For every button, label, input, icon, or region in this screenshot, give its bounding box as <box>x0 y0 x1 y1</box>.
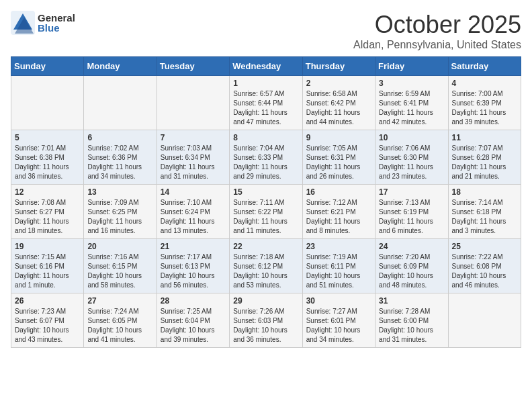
day-number: 21 <box>161 242 226 251</box>
day-of-week-header: Friday <box>375 57 448 76</box>
day-info: Sunrise: 7:14 AM Sunset: 6:18 PM Dayligh… <box>452 198 517 236</box>
day-info: Sunrise: 7:03 AM Sunset: 6:34 PM Dayligh… <box>161 144 226 181</box>
day-number: 28 <box>161 296 226 306</box>
day-number: 31 <box>379 296 444 306</box>
day-number: 22 <box>233 242 298 251</box>
calendar-header: SundayMondayTuesdayWednesdayThursdayFrid… <box>11 57 521 76</box>
logo: General Blue <box>11 11 75 35</box>
day-info: Sunrise: 7:13 AM Sunset: 6:19 PM Dayligh… <box>379 198 444 236</box>
day-info: Sunrise: 7:09 AM Sunset: 6:25 PM Dayligh… <box>87 198 152 236</box>
day-info: Sunrise: 7:22 AM Sunset: 6:08 PM Dayligh… <box>452 253 517 290</box>
calendar-body: 1Sunrise: 6:57 AM Sunset: 6:44 PM Daylig… <box>11 76 521 348</box>
logo-text: General Blue <box>38 13 75 33</box>
day-number: 29 <box>233 296 298 306</box>
day-number: 26 <box>15 296 80 306</box>
day-number: 15 <box>233 187 298 197</box>
day-info: Sunrise: 7:28 AM Sunset: 6:00 PM Dayligh… <box>379 307 444 345</box>
calendar-day-cell: 29Sunrise: 7:26 AM Sunset: 6:03 PM Dayli… <box>230 293 302 348</box>
title-area: October 2025 Aldan, Pennsylvania, United… <box>353 11 521 51</box>
day-number: 18 <box>452 187 517 197</box>
day-number: 3 <box>379 79 444 88</box>
day-number: 4 <box>452 79 517 88</box>
calendar-week-row: 19Sunrise: 7:15 AM Sunset: 6:16 PM Dayli… <box>11 239 521 293</box>
calendar-day-cell: 8Sunrise: 7:04 AM Sunset: 6:33 PM Daylig… <box>230 130 302 185</box>
day-info: Sunrise: 7:06 AM Sunset: 6:30 PM Dayligh… <box>379 144 444 181</box>
calendar-day-cell: 27Sunrise: 7:24 AM Sunset: 6:05 PM Dayli… <box>84 293 157 348</box>
calendar-day-cell: 14Sunrise: 7:10 AM Sunset: 6:24 PM Dayli… <box>157 185 229 239</box>
day-number: 19 <box>15 242 80 251</box>
day-info: Sunrise: 7:00 AM Sunset: 6:39 PM Dayligh… <box>452 89 517 127</box>
day-number: 17 <box>379 187 444 197</box>
calendar-day-cell: 30Sunrise: 7:27 AM Sunset: 6:01 PM Dayli… <box>302 293 375 348</box>
day-number: 7 <box>161 133 226 142</box>
calendar-day-cell: 13Sunrise: 7:09 AM Sunset: 6:25 PM Dayli… <box>84 185 157 239</box>
calendar-day-cell: 5Sunrise: 7:01 AM Sunset: 6:38 PM Daylig… <box>11 130 84 185</box>
calendar-day-cell: 16Sunrise: 7:12 AM Sunset: 6:21 PM Dayli… <box>302 185 375 239</box>
day-info: Sunrise: 7:19 AM Sunset: 6:11 PM Dayligh… <box>306 253 371 290</box>
calendar-day-cell: 2Sunrise: 6:58 AM Sunset: 6:42 PM Daylig… <box>302 76 375 130</box>
day-info: Sunrise: 7:07 AM Sunset: 6:28 PM Dayligh… <box>452 144 517 181</box>
calendar-day-cell: 24Sunrise: 7:20 AM Sunset: 6:09 PM Dayli… <box>375 239 448 293</box>
day-info: Sunrise: 7:11 AM Sunset: 6:22 PM Dayligh… <box>233 198 298 236</box>
calendar-day-cell: 23Sunrise: 7:19 AM Sunset: 6:11 PM Dayli… <box>302 239 375 293</box>
calendar-day-cell: 20Sunrise: 7:16 AM Sunset: 6:15 PM Dayli… <box>84 239 157 293</box>
calendar-day-cell <box>448 293 521 348</box>
day-info: Sunrise: 7:16 AM Sunset: 6:15 PM Dayligh… <box>87 253 152 290</box>
day-number: 1 <box>233 79 298 88</box>
day-info: Sunrise: 7:24 AM Sunset: 6:05 PM Dayligh… <box>87 307 152 345</box>
day-info: Sunrise: 6:57 AM Sunset: 6:44 PM Dayligh… <box>233 89 298 127</box>
calendar-day-cell <box>84 76 157 130</box>
day-info: Sunrise: 7:26 AM Sunset: 6:03 PM Dayligh… <box>233 307 298 345</box>
calendar-day-cell: 10Sunrise: 7:06 AM Sunset: 6:30 PM Dayli… <box>375 130 448 185</box>
calendar-day-cell: 28Sunrise: 7:25 AM Sunset: 6:04 PM Dayli… <box>157 293 229 348</box>
day-number: 20 <box>87 242 152 251</box>
calendar-week-row: 26Sunrise: 7:23 AM Sunset: 6:07 PM Dayli… <box>11 293 521 348</box>
header-row: SundayMondayTuesdayWednesdayThursdayFrid… <box>11 57 521 76</box>
header: General Blue October 2025 Aldan, Pennsyl… <box>11 11 521 51</box>
day-number: 10 <box>379 133 444 142</box>
calendar-day-cell: 21Sunrise: 7:17 AM Sunset: 6:13 PM Dayli… <box>157 239 229 293</box>
day-number: 6 <box>87 133 152 142</box>
calendar-day-cell: 7Sunrise: 7:03 AM Sunset: 6:34 PM Daylig… <box>157 130 229 185</box>
day-info: Sunrise: 7:20 AM Sunset: 6:09 PM Dayligh… <box>379 253 444 290</box>
calendar-day-cell: 19Sunrise: 7:15 AM Sunset: 6:16 PM Dayli… <box>11 239 84 293</box>
day-number: 27 <box>87 296 152 306</box>
location-title: Aldan, Pennsylvania, United States <box>353 39 521 51</box>
logo-blue: Blue <box>38 23 75 33</box>
month-title: October 2025 <box>353 11 521 39</box>
day-info: Sunrise: 7:08 AM Sunset: 6:27 PM Dayligh… <box>15 198 80 236</box>
day-info: Sunrise: 7:15 AM Sunset: 6:16 PM Dayligh… <box>15 253 80 290</box>
day-number: 23 <box>306 242 371 251</box>
calendar-day-cell <box>11 76 84 130</box>
calendar-day-cell: 18Sunrise: 7:14 AM Sunset: 6:18 PM Dayli… <box>448 185 521 239</box>
calendar-day-cell <box>157 76 229 130</box>
calendar-day-cell: 3Sunrise: 6:59 AM Sunset: 6:41 PM Daylig… <box>375 76 448 130</box>
day-number: 12 <box>15 187 80 197</box>
calendar-day-cell: 12Sunrise: 7:08 AM Sunset: 6:27 PM Dayli… <box>11 185 84 239</box>
day-number: 16 <box>306 187 371 197</box>
logo-icon <box>11 11 35 35</box>
day-number: 24 <box>379 242 444 251</box>
calendar-day-cell: 1Sunrise: 6:57 AM Sunset: 6:44 PM Daylig… <box>230 76 302 130</box>
calendar-week-row: 5Sunrise: 7:01 AM Sunset: 6:38 PM Daylig… <box>11 130 521 185</box>
day-of-week-header: Saturday <box>448 57 521 76</box>
day-of-week-header: Sunday <box>11 57 84 76</box>
calendar-day-cell: 26Sunrise: 7:23 AM Sunset: 6:07 PM Dayli… <box>11 293 84 348</box>
day-of-week-header: Monday <box>84 57 157 76</box>
day-info: Sunrise: 7:01 AM Sunset: 6:38 PM Dayligh… <box>15 144 80 181</box>
day-number: 2 <box>306 79 371 88</box>
calendar-day-cell: 17Sunrise: 7:13 AM Sunset: 6:19 PM Dayli… <box>375 185 448 239</box>
calendar-day-cell: 15Sunrise: 7:11 AM Sunset: 6:22 PM Dayli… <box>230 185 302 239</box>
day-info: Sunrise: 7:27 AM Sunset: 6:01 PM Dayligh… <box>306 307 371 345</box>
day-info: Sunrise: 7:02 AM Sunset: 6:36 PM Dayligh… <box>87 144 152 181</box>
day-info: Sunrise: 7:12 AM Sunset: 6:21 PM Dayligh… <box>306 198 371 236</box>
calendar-week-row: 12Sunrise: 7:08 AM Sunset: 6:27 PM Dayli… <box>11 185 521 239</box>
day-number: 25 <box>452 242 517 251</box>
day-number: 13 <box>87 187 152 197</box>
day-number: 30 <box>306 296 371 306</box>
calendar-day-cell: 25Sunrise: 7:22 AM Sunset: 6:08 PM Dayli… <box>448 239 521 293</box>
calendar-day-cell: 11Sunrise: 7:07 AM Sunset: 6:28 PM Dayli… <box>448 130 521 185</box>
day-info: Sunrise: 7:23 AM Sunset: 6:07 PM Dayligh… <box>15 307 80 345</box>
calendar-day-cell: 6Sunrise: 7:02 AM Sunset: 6:36 PM Daylig… <box>84 130 157 185</box>
calendar-week-row: 1Sunrise: 6:57 AM Sunset: 6:44 PM Daylig… <box>11 76 521 130</box>
